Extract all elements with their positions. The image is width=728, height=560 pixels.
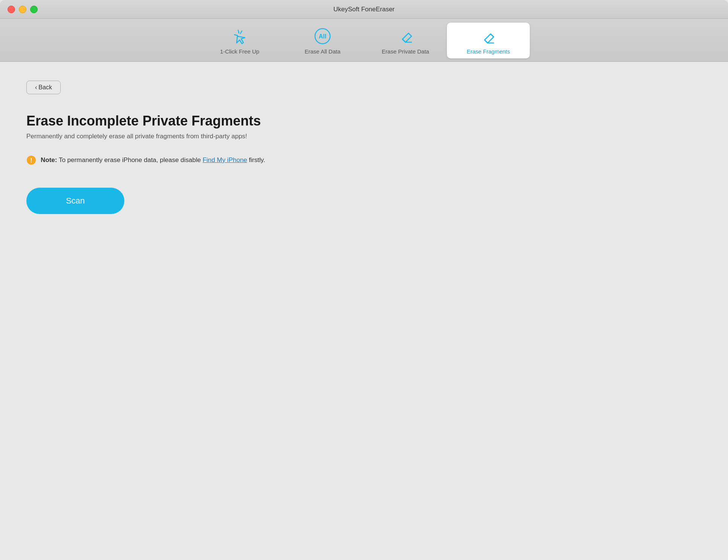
svg-text:!: ! <box>30 157 32 164</box>
find-my-iphone-link[interactable]: Find My iPhone <box>203 156 247 164</box>
tab-one-click-label: 1-Click Free Up <box>220 48 259 55</box>
page-title: Erase Incomplete Private Fragments <box>26 113 702 129</box>
back-button-label: Back <box>38 84 52 91</box>
tab-erase-private-data[interactable]: Erase Private Data <box>364 23 447 58</box>
note-label: Note: <box>41 156 57 164</box>
page-subtitle: Permanently and completely erase all pri… <box>26 133 702 140</box>
tab-erase-private-label: Erase Private Data <box>382 48 429 55</box>
note-row: ! Note: To permanently erase iPhone data… <box>26 155 702 165</box>
maximize-button[interactable] <box>30 6 38 13</box>
erase-all-icon: All <box>313 26 332 46</box>
toolbar: 1-Click Free Up All Erase All Data <box>0 19 728 62</box>
tab-one-click-free-up[interactable]: 1-Click Free Up <box>198 23 281 58</box>
erase-fragments-icon <box>479 26 498 46</box>
main-content: ‹ Back Erase Incomplete Private Fragment… <box>0 62 728 560</box>
traffic-lights <box>8 6 38 13</box>
tab-erase-all-label: Erase All Data <box>304 48 340 55</box>
note-text-suffix: firstly. <box>247 156 265 164</box>
svg-text:All: All <box>319 33 326 40</box>
note-content: Note: To permanently erase iPhone data, … <box>41 155 265 165</box>
app-window: UkeySoft FoneEraser 1-Click Free Up All <box>0 0 728 560</box>
warning-icon: ! <box>26 155 36 165</box>
titlebar: UkeySoft FoneEraser <box>0 0 728 19</box>
tab-erase-all-data[interactable]: All Erase All Data <box>281 23 364 58</box>
one-click-icon <box>230 26 249 46</box>
scan-button[interactable]: Scan <box>26 188 124 214</box>
back-button[interactable]: ‹ Back <box>26 81 61 94</box>
tab-erase-fragments-label: Erase Fragments <box>466 48 510 55</box>
window-title: UkeySoft FoneEraser <box>333 6 395 13</box>
minimize-button[interactable] <box>19 6 26 13</box>
back-chevron-icon: ‹ <box>35 84 37 91</box>
note-text-before-link: To permanently erase iPhone data, please… <box>59 156 203 164</box>
close-button[interactable] <box>8 6 15 13</box>
tab-erase-fragments[interactable]: Erase Fragments <box>447 23 530 58</box>
erase-private-icon <box>396 26 415 46</box>
